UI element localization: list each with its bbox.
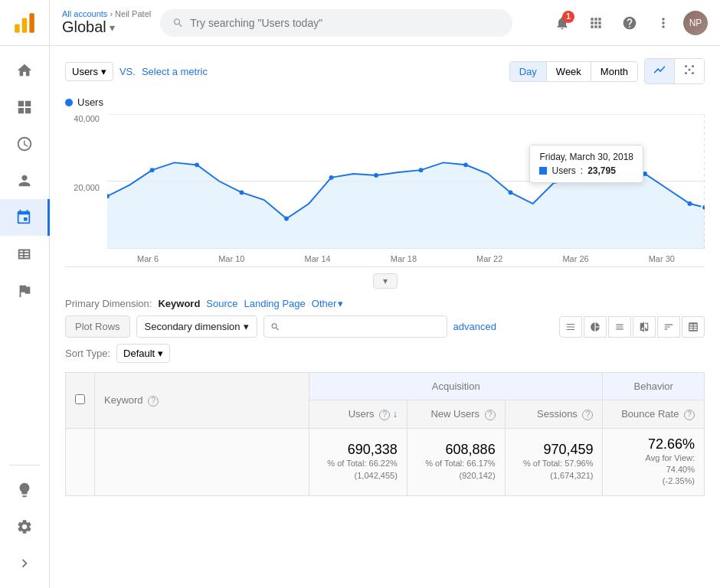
sort-row: Sort Type: Default ▾	[65, 344, 705, 363]
chart-controls: Users ▾ VS. Select a metric Day Week Mon…	[65, 58, 705, 84]
sidebar-item-behavior[interactable]	[0, 236, 50, 273]
chart-controls-right: Day Week Month	[509, 58, 705, 84]
svg-point-17	[374, 173, 378, 178]
totals-keyword-cell	[95, 428, 309, 495]
grid-button[interactable]	[582, 9, 610, 37]
chart-wrapper[interactable]: 40,000 20,000	[65, 114, 705, 267]
pie-view-btn[interactable]	[584, 316, 607, 338]
list-view-btn[interactable]	[608, 316, 631, 338]
sidebar-item-clock[interactable]	[0, 126, 50, 162]
metric-dropdown[interactable]: Users ▾	[65, 62, 113, 81]
vs-text: VS.	[119, 66, 136, 77]
dimension-keyword[interactable]: Keyword	[158, 298, 200, 309]
property-name: Global	[62, 18, 106, 36]
xaxis-mar14: Mar 14	[304, 254, 330, 263]
sessions-help-icon[interactable]: ?	[582, 410, 593, 420]
totals-bounce-sub2: 74.40%	[612, 464, 695, 475]
sidebar-item-home[interactable]	[0, 52, 50, 89]
svg-rect-0	[15, 24, 19, 32]
sort-dropdown[interactable]: Default ▾	[116, 344, 170, 363]
table-view-btn[interactable]	[559, 316, 582, 338]
dimension-other-label: Other	[312, 298, 337, 309]
main-content: All accounts › Neil Patel Global ▾ 1	[50, 0, 720, 588]
table-search-icon	[270, 322, 280, 332]
breadcrumb-current: Neil Patel	[115, 9, 151, 18]
tooltip-date: Friday, March 30, 2018	[539, 152, 633, 162]
select-metric-link[interactable]: Select a metric	[142, 66, 208, 77]
line-chart-icon	[653, 63, 666, 77]
dimension-source[interactable]: Source	[206, 298, 237, 309]
table-row: 690,338 % of Total: 66.22% (1,042,455) 6…	[66, 428, 705, 495]
line-chart-view-btn[interactable]	[645, 59, 675, 83]
bounce-rate-help-icon[interactable]: ?	[684, 410, 695, 420]
sidebar-bottom	[0, 459, 50, 588]
pivot-view-btn[interactable]	[682, 316, 705, 338]
dimension-other[interactable]: Other ▾	[312, 298, 344, 309]
sidebar-item-expand[interactable]	[0, 545, 50, 582]
sidebar-item-acquisition[interactable]	[0, 199, 50, 236]
brand-area: All accounts › Neil Patel Global ▾	[62, 9, 151, 36]
table-search-input[interactable]	[284, 321, 440, 332]
totals-bounce-value: 72.66%	[612, 436, 695, 452]
user-avatar-image: NP	[683, 11, 708, 35]
advanced-filter-link[interactable]: advanced	[453, 321, 496, 332]
table-toolbar: Plot Rows Secondary dimension ▾ advanced	[65, 315, 705, 338]
svg-point-20	[509, 190, 513, 194]
sidebar-item-settings[interactable]	[0, 508, 50, 545]
pie-view-icon	[590, 322, 601, 332]
secondary-dimension-dropdown[interactable]: Secondary dimension ▾	[136, 315, 257, 338]
time-btn-week[interactable]: Week	[547, 62, 591, 81]
select-all-checkbox[interactable]	[75, 394, 85, 404]
svg-point-24	[688, 201, 692, 206]
chart-yaxis: 40,000 20,000	[65, 114, 103, 251]
sidebar	[0, 0, 50, 588]
compare-view-btn[interactable]	[633, 316, 656, 338]
sidebar-item-user[interactable]	[0, 162, 50, 199]
sort-view-btn[interactable]	[657, 316, 680, 338]
new-users-col-header: New Users	[430, 408, 479, 420]
plot-rows-button[interactable]: Plot Rows	[65, 315, 130, 338]
property-title[interactable]: Global ▾	[62, 18, 151, 36]
svg-point-3	[685, 65, 687, 67]
search-bar[interactable]	[160, 9, 512, 37]
new-users-help-icon[interactable]: ?	[485, 410, 496, 420]
sort-dropdown-arrow: ▾	[158, 348, 163, 359]
breadcrumb-separator: ›	[110, 9, 113, 18]
notification-count: 1	[562, 11, 574, 23]
sidebar-item-goals[interactable]	[0, 273, 50, 309]
tooltip-number: 23,795	[587, 165, 616, 176]
sidebar-item-bulb[interactable]	[0, 472, 50, 508]
more-options-button[interactable]	[650, 9, 677, 37]
chart-xaxis: Mar 6 Mar 10 Mar 14 Mar 18 Mar 22 Mar 26…	[107, 251, 705, 266]
svg-point-12	[150, 168, 155, 172]
acquisition-section-header: Acquisition	[432, 381, 480, 392]
sidebar-item-dashboard[interactable]	[0, 89, 50, 126]
notification-button[interactable]: 1	[548, 9, 576, 37]
breadcrumb-all-accounts[interactable]: All accounts	[62, 9, 107, 18]
search-input[interactable]	[190, 17, 500, 29]
keyword-help-icon[interactable]: ?	[148, 396, 159, 407]
svg-point-19	[463, 162, 468, 167]
xaxis-mar26: Mar 26	[562, 254, 588, 263]
help-button[interactable]	[616, 9, 643, 37]
compare-view-icon	[639, 322, 650, 332]
collapse-chart-button[interactable]: ▾	[373, 273, 398, 289]
users-sort-arrow[interactable]: ↓	[393, 409, 398, 420]
users-help-icon[interactable]: ?	[379, 410, 390, 420]
xaxis-mar22: Mar 22	[476, 254, 502, 263]
dimension-landing-page[interactable]: Landing Page	[244, 298, 306, 309]
avatar[interactable]: NP	[683, 11, 708, 35]
metric-dropdown-arrow: ▾	[101, 66, 106, 77]
svg-point-5	[692, 65, 694, 67]
time-btn-day[interactable]: Day	[510, 62, 547, 81]
scatter-chart-view-btn[interactable]	[675, 59, 704, 83]
totals-new-users-cell: 608,886 % of Total: 66.17% (920,142)	[407, 428, 505, 495]
topbar-icons: 1 NP	[548, 9, 708, 37]
table-search-box[interactable]	[263, 315, 447, 338]
totals-new-users-value: 608,886	[417, 442, 496, 458]
time-btn-month[interactable]: Month	[591, 62, 637, 81]
app-logo[interactable]	[0, 0, 50, 46]
breadcrumb: All accounts › Neil Patel	[62, 9, 151, 18]
tooltip-value: Users: 23,795	[539, 165, 633, 176]
tooltip-color-square	[539, 167, 547, 175]
